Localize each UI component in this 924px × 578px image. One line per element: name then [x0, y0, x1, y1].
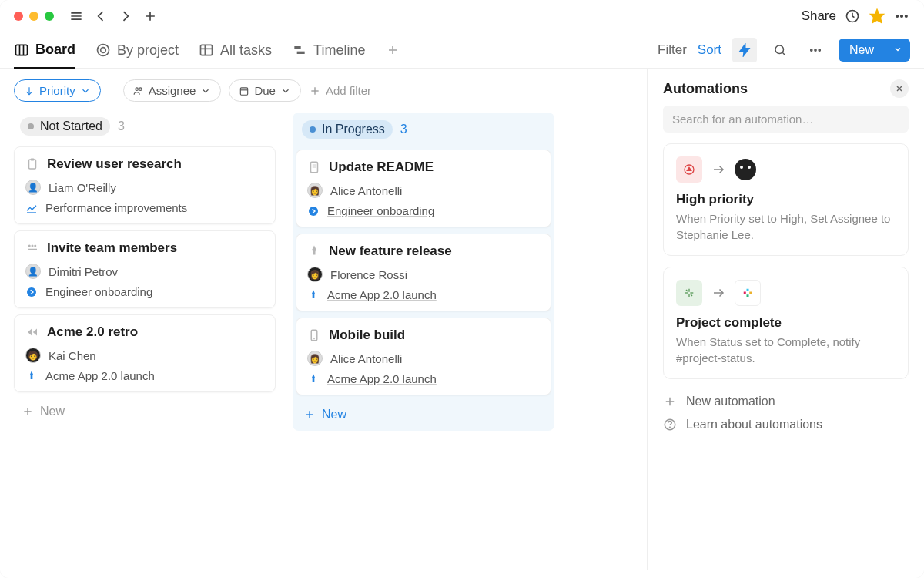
card-title: Invite team members: [47, 240, 177, 256]
rocket-icon: [25, 370, 38, 382]
sort-button[interactable]: Sort: [698, 42, 721, 58]
svg-point-7: [896, 15, 899, 18]
assignee-filter[interactable]: Assignee: [123, 79, 222, 102]
task-card[interactable]: Review user research 👤 Liam O'Reilly Per…: [14, 146, 276, 224]
task-card[interactable]: Invite team members 👤 Dimitri Petrov Eng…: [14, 230, 276, 308]
minimize-window[interactable]: [29, 12, 38, 21]
automations-icon[interactable]: [732, 38, 757, 62]
filter-label: Due: [254, 84, 276, 97]
close-window[interactable]: [14, 12, 23, 21]
due-filter[interactable]: Due: [229, 79, 301, 102]
column-header: Not Started 3: [14, 113, 276, 140]
svg-point-37: [28, 245, 31, 247]
tab-timeline[interactable]: Timeline: [292, 33, 365, 68]
tab-all-tasks[interactable]: All tasks: [199, 33, 272, 68]
rocket-icon: [307, 289, 320, 301]
automation-card[interactable]: High priority When Priority set to High,…: [663, 143, 909, 256]
svg-rect-18: [294, 46, 300, 49]
search-icon[interactable]: [768, 38, 792, 62]
automation-card[interactable]: Project complete When Status set to Comp…: [663, 267, 909, 379]
column-count: 3: [400, 123, 407, 136]
new-dropdown-icon[interactable]: [885, 39, 910, 62]
task-card[interactable]: Update README 👩 Alice Antonelli Engineer…: [296, 150, 551, 227]
svg-marker-22: [740, 45, 749, 56]
priority-filter[interactable]: Priority: [14, 79, 101, 102]
main-content: Priority Assignee Due Add filter: [0, 69, 924, 570]
new-tab-icon[interactable]: [142, 8, 159, 25]
chart-icon: [25, 202, 38, 214]
new-button-label: New: [839, 39, 885, 62]
priority-trigger-icon: [676, 156, 702, 183]
assignee: Florence Rossi: [330, 268, 407, 281]
new-automation-button[interactable]: New automation: [663, 390, 909, 413]
close-panel-button[interactable]: [890, 79, 909, 98]
svg-rect-40: [28, 249, 37, 250]
card-title: Mobile build: [329, 328, 405, 343]
automation-description: When Status set to Complete, notify #pro…: [676, 334, 896, 366]
add-filter-button[interactable]: Add filter: [309, 84, 371, 97]
back-icon[interactable]: [92, 8, 109, 25]
board-area: Priority Assignee Due Add filter: [0, 69, 647, 570]
task-card[interactable]: New feature release 👩 Florence Rossi Acm…: [296, 234, 551, 311]
tab-by-project[interactable]: By project: [95, 33, 179, 68]
chevron-down-icon: [200, 86, 211, 96]
chevron-down-icon: [280, 86, 291, 96]
link-label: New automation: [686, 395, 775, 408]
column-not-started: Not Started 3 Review user research 👤 Lia…: [14, 113, 276, 431]
svg-marker-6: [871, 10, 884, 23]
divider: [112, 82, 112, 99]
project: Engineer onboarding: [327, 204, 434, 217]
filter-button[interactable]: Filter: [658, 42, 687, 58]
more-options-icon[interactable]: [803, 38, 828, 62]
history-icon[interactable]: [844, 8, 861, 25]
card-title: Update README: [329, 160, 434, 175]
rewind-icon: [25, 325, 39, 339]
svg-rect-73: [747, 294, 749, 297]
assignee: Liam O'Reilly: [49, 181, 116, 194]
tab-label: Timeline: [313, 42, 365, 59]
status-dot-icon: [310, 126, 316, 133]
people-icon: [25, 241, 39, 255]
automation-search-input[interactable]: [663, 106, 909, 133]
panel-title: Automations: [663, 81, 748, 97]
new-card-label: New: [322, 408, 346, 422]
avatar: 👩: [307, 183, 323, 198]
task-card[interactable]: Mobile build 👩 Alice Antonelli Acme App …: [296, 318, 551, 395]
svg-rect-31: [241, 87, 248, 94]
svg-rect-44: [31, 375, 33, 378]
menu-icon[interactable]: [68, 8, 85, 25]
add-view-button[interactable]: [385, 33, 400, 67]
tab-board[interactable]: Board: [14, 32, 75, 69]
svg-rect-70: [744, 292, 746, 294]
more-icon[interactable]: [893, 8, 910, 25]
link-label: Learn about automations: [686, 418, 822, 432]
share-button[interactable]: Share: [802, 8, 836, 24]
automation-title: High priority: [676, 192, 896, 207]
svg-rect-10: [16, 45, 28, 55]
svg-point-77: [670, 427, 671, 428]
traffic-lights: [14, 12, 54, 21]
board-columns: Not Started 3 Review user research 👤 Lia…: [14, 113, 647, 431]
project: Engineer onboarding: [45, 285, 152, 298]
card-title: Acme 2.0 retro: [47, 324, 138, 340]
new-card-button[interactable]: New: [14, 398, 276, 425]
filter-label: Priority: [39, 84, 75, 97]
project: Acme App 2.0 launch: [327, 372, 437, 385]
forward-icon[interactable]: [117, 8, 134, 25]
task-card[interactable]: Acme 2.0 retro 🧑 Kai Chen Acme App 2.0 l…: [14, 314, 276, 392]
avatar: 👩: [307, 267, 323, 282]
new-card-label: New: [40, 405, 65, 418]
learn-automations-link[interactable]: Learn about automations: [663, 413, 909, 436]
maximize-window[interactable]: [45, 12, 54, 21]
favorite-star-icon[interactable]: [869, 8, 886, 25]
svg-rect-52: [313, 294, 315, 297]
status-pill[interactable]: Not Started: [20, 117, 110, 136]
avatar-icon: [735, 159, 756, 180]
status-label: In Progress: [322, 123, 385, 136]
new-button[interactable]: New: [839, 39, 910, 62]
svg-line-24: [782, 52, 785, 55]
assignee: Kai Chen: [49, 349, 96, 362]
status-pill[interactable]: In Progress: [302, 120, 393, 139]
clipboard-icon: [25, 157, 39, 171]
new-card-button[interactable]: New: [296, 402, 551, 428]
